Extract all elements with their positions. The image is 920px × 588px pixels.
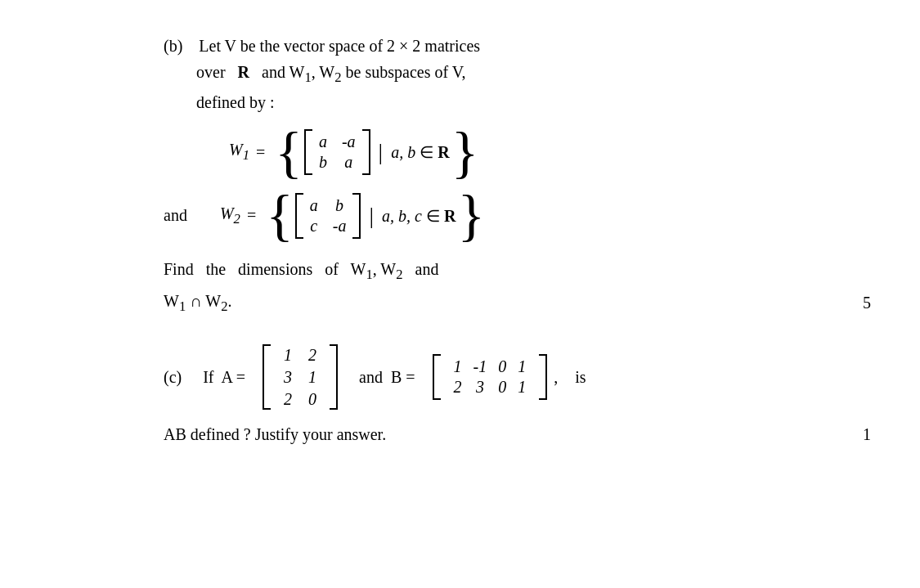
part-b-and: and W (262, 63, 304, 81)
part-b-line2: over R and W1, W2 be subspaces of V, (196, 59, 871, 89)
inter-w2-sub: 2 (221, 298, 227, 314)
set-brace-right-w2: } (457, 191, 485, 240)
part-b-over: over (196, 63, 226, 81)
w1-sub: 1 (243, 147, 249, 163)
find-w2-sub: 2 (396, 267, 402, 282)
matrix-B: 1 -1 0 1 2 3 0 1 (451, 354, 530, 400)
B-24: 1 (518, 378, 526, 397)
score-c: 1 (863, 425, 871, 444)
w1-a2: a (342, 153, 356, 172)
sub1: 1 (304, 70, 311, 85)
bracket-right-A (330, 344, 338, 410)
defined-by: defined by : (196, 93, 275, 111)
if-text: If A = (203, 368, 245, 387)
w1-a: a (319, 132, 327, 151)
bracket-left-w1 (304, 129, 312, 175)
A-12: 2 (308, 346, 316, 365)
ab-line: AB defined ? Justify your answer. 1 (164, 425, 871, 444)
w1-b: b (319, 153, 327, 172)
B-22: 3 (473, 378, 487, 397)
B-11: 1 (454, 357, 462, 376)
score-b: 5 (863, 290, 871, 316)
w2-sub: 2 (234, 211, 240, 227)
w1-eq: = (256, 143, 265, 162)
find-w1-sub: 1 (366, 267, 372, 282)
page: (b) Let V be the vector space of 2 × 2 m… (0, 16, 920, 460)
set-brace-left-w2: { (266, 191, 294, 240)
w1-definition: W1 = { a -a b a | a, b ∈ R } (229, 128, 871, 177)
inter-w1-sub: 1 (179, 298, 186, 314)
intersection-text: W1 ∩ W2. (164, 288, 232, 318)
find-line: Find the dimensions of W1, W2 and (164, 255, 871, 286)
bracket-right-w1 (362, 129, 370, 175)
B-14: 1 (518, 357, 526, 376)
w2-c: c (310, 217, 318, 236)
w1-neg-a: -a (342, 132, 356, 151)
w1-matrix: a -a b a (316, 129, 359, 175)
w1-cond-text: a, b (391, 143, 415, 161)
w2-definition: and W2 = { a b c -a | a, b, c ∈ R } (164, 191, 871, 240)
bracket-right-B (539, 354, 547, 400)
B-23: 0 (498, 378, 506, 397)
w1-label: W1 (229, 141, 249, 164)
part-b: (b) Let V be the vector space of 2 × 2 m… (164, 33, 871, 318)
comma-B: , (554, 368, 558, 387)
ab-text: AB defined ? Justify your answer. (164, 425, 386, 444)
part-b-R1: R (238, 63, 249, 81)
is-text: is (575, 368, 586, 387)
part-b-text-line1: Let V be the vector space of 2 × 2 matri… (199, 37, 480, 55)
w2-R: R (444, 207, 456, 225)
pipe-w2: | (369, 203, 374, 229)
w1-condition: a, b ∈ R (391, 142, 449, 162)
A-32: 0 (308, 390, 316, 409)
A-21: 3 (284, 368, 292, 387)
B-12: -1 (473, 357, 487, 376)
bracket-right-w2 (352, 193, 361, 239)
w2-cond-text: a, b, c (382, 207, 422, 225)
part-c-label: (c) (164, 368, 182, 387)
part-b-line3: defined by : (196, 89, 871, 115)
and-B-text: and B = (359, 368, 415, 387)
pipe-w1: | (379, 139, 384, 165)
w1-R: R (438, 143, 449, 161)
A-22: 1 (308, 368, 316, 387)
part-b-label: (b) (164, 37, 182, 55)
w1-in: ∈ (420, 143, 438, 161)
w2-eq: = (247, 206, 256, 225)
w2-b: b (333, 196, 347, 215)
bracket-left-A (263, 344, 271, 410)
w2-matrix: a b c -a (307, 193, 350, 239)
matrix-A: 1 2 3 1 2 0 (280, 343, 320, 412)
w2-and: and (164, 206, 187, 225)
find-text: Find the dimensions of W1, W2 and (164, 260, 438, 278)
part-b-line1: (b) Let V be the vector space of 2 × 2 m… (164, 33, 871, 59)
w2-neg-a: -a (333, 217, 347, 236)
w2-in: ∈ (426, 207, 444, 225)
set-brace-right-w1: } (451, 128, 479, 177)
w2-a: a (310, 196, 318, 215)
w2-label: W2 (220, 204, 240, 227)
A-31: 2 (284, 390, 292, 409)
part-c-main: (c) If A = 1 2 3 1 2 0 and B = 1 (164, 343, 871, 412)
B-13: 0 (498, 357, 506, 376)
sub2: 2 (334, 70, 341, 85)
part-c: (c) If A = 1 2 3 1 2 0 and B = 1 (164, 343, 871, 444)
bracket-left-w2 (295, 193, 303, 239)
intersection-line: W1 ∩ W2. 5 (164, 288, 871, 318)
A-11: 1 (284, 346, 292, 365)
B-21: 2 (454, 378, 462, 397)
bracket-left-B (433, 354, 441, 400)
set-brace-left-w1: { (275, 128, 303, 177)
w2-condition: a, b, c ∈ R (382, 206, 456, 226)
